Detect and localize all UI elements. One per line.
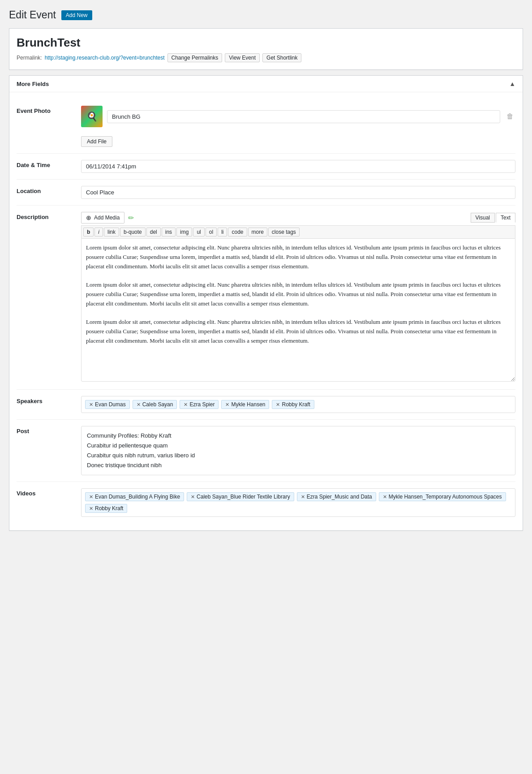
tag-label: Mykle Hansen [231, 401, 265, 408]
post-label: Post [17, 426, 70, 434]
tab-text[interactable]: Text [496, 213, 515, 223]
add-media-button[interactable]: ⊕ Add Media [81, 212, 124, 224]
post-content: Community Profiles: Robby KraftCurabitur… [81, 426, 515, 475]
format-btn-ol[interactable]: ol [206, 228, 217, 236]
format-btn-i[interactable]: i [94, 228, 103, 236]
tag-label: Robby Kraft [95, 505, 123, 512]
date-time-input[interactable] [81, 160, 515, 173]
trash-icon[interactable]: 🗑 [505, 111, 515, 122]
tag-remove-icon[interactable]: ✕ [276, 402, 280, 408]
videos-row: Videos ✕Evan Dumas_Building A Flying Bik… [17, 482, 515, 523]
add-file-button[interactable]: Add File [81, 136, 112, 147]
speakers-tags-box[interactable]: ✕Evan Dumas✕Caleb Sayan✕Ezra Spier✕Mykle… [81, 396, 515, 413]
tag-label: Ezra Spier_Music and Data [307, 494, 372, 500]
editor-format-bar: bilinkb-quotedelinsimgulollicodemoreclos… [81, 225, 515, 238]
page-title: Edit Event [9, 9, 56, 21]
format-btn-img[interactable]: img [176, 228, 192, 236]
location-input[interactable] [81, 186, 515, 199]
tag-label: Caleb Sayan_Blue Rider Textile Library [197, 494, 290, 500]
get-shortlink-button[interactable]: Get Shortlink [262, 53, 301, 62]
fields-body: Event Photo 🍳 🗑 Add File Date & Time Loc [9, 92, 523, 530]
speaker-tag: ✕Mykle Hansen [221, 400, 269, 409]
speakers-content: ✕Evan Dumas✕Caleb Sayan✕Ezra Spier✕Mykle… [81, 396, 515, 413]
location-row: Location [17, 180, 515, 206]
fields-header[interactable]: More Fields ▲ [9, 76, 523, 92]
format-btn-code[interactable]: code [228, 228, 247, 236]
view-event-button[interactable]: View Event [225, 53, 260, 62]
post-item: Curabitur quis nibh rutrum, varius liber… [87, 451, 510, 460]
post-list: Community Profiles: Robby KraftCurabitur… [81, 426, 515, 475]
post-item: Community Profiles: Robby Kraft [87, 431, 510, 441]
format-btn-more[interactable]: more [248, 228, 267, 236]
change-permalinks-button[interactable]: Change Permalinks [167, 53, 223, 62]
speaker-tag: ✕Caleb Sayan [133, 400, 177, 409]
permalink-url[interactable]: http://staging.research-club.org/?event=… [45, 55, 165, 61]
location-label: Location [17, 186, 70, 194]
videos-label: Videos [17, 488, 70, 497]
date-time-label: Date & Time [17, 160, 70, 168]
description-row: Description ⊕ Add Media ✏ Visual Text [17, 206, 515, 390]
tab-visual[interactable]: Visual [471, 213, 495, 223]
post-item: Curabitur id pellentesque quam [87, 441, 510, 451]
description-label: Description [17, 212, 70, 220]
date-time-row: Date & Time [17, 154, 515, 180]
tag-label: Mykle Hansen_Temporary Autonomous Spaces [389, 494, 502, 500]
video-tag: ✕Robby Kraft [85, 504, 127, 513]
more-fields-section: More Fields ▲ Event Photo 🍳 🗑 Add File D… [9, 75, 523, 531]
description-textarea[interactable] [81, 238, 515, 382]
date-time-content [81, 160, 515, 173]
page-header: Edit Event Add New [9, 9, 523, 21]
videos-tags-box[interactable]: ✕Evan Dumas_Building A Flying Bike✕Caleb… [81, 488, 515, 517]
format-btn-ins[interactable]: ins [162, 228, 176, 236]
post-row: Post Community Profiles: Robby KraftCura… [17, 420, 515, 482]
media-icon: ⊕ [86, 214, 91, 221]
photo-thumbnail: 🍳 [81, 106, 103, 127]
speakers-label: Speakers [17, 396, 70, 404]
tag-remove-icon[interactable]: ✕ [89, 506, 93, 512]
tag-remove-icon[interactable]: ✕ [89, 402, 93, 408]
video-tag: ✕Caleb Sayan_Blue Rider Textile Library [187, 492, 294, 501]
tag-remove-icon[interactable]: ✕ [184, 402, 188, 408]
speakers-row: Speakers ✕Evan Dumas✕Caleb Sayan✕Ezra Sp… [17, 390, 515, 420]
format-btn-ul[interactable]: ul [193, 228, 204, 236]
tag-remove-icon[interactable]: ✕ [89, 494, 93, 500]
speaker-tag: ✕Evan Dumas [85, 400, 130, 409]
collapse-icon: ▲ [509, 80, 515, 87]
description-content: ⊕ Add Media ✏ Visual Text bilinkb-quoted… [81, 212, 515, 383]
speaker-tag: ✕Ezra Spier [180, 400, 219, 409]
event-photo-content: 🍳 🗑 Add File [81, 106, 515, 147]
add-new-button[interactable]: Add New [61, 10, 92, 20]
videos-content: ✕Evan Dumas_Building A Flying Bike✕Caleb… [81, 488, 515, 517]
event-name: BrunchTest [17, 36, 515, 50]
photo-row: 🍳 🗑 [81, 106, 515, 127]
tag-label: Robby Kraft [282, 401, 310, 408]
visual-text-tabs: Visual Text [471, 213, 515, 223]
video-tag: ✕Ezra Spier_Music and Data [297, 492, 376, 501]
description-toolbar-top: ⊕ Add Media ✏ Visual Text [81, 212, 515, 224]
post-item: Donec tristique tincidunt nibh [87, 460, 510, 470]
photo-name-input[interactable] [107, 110, 500, 123]
tag-label: Ezra Spier [189, 401, 215, 408]
format-btn-close-tags[interactable]: close tags [268, 228, 300, 236]
location-content [81, 186, 515, 199]
video-tag: ✕Evan Dumas_Building A Flying Bike [85, 492, 184, 501]
format-btn-b-quote[interactable]: b-quote [120, 228, 146, 236]
permalink-label: Permalink: [17, 55, 42, 61]
tag-remove-icon[interactable]: ✕ [383, 494, 387, 500]
format-btn-link[interactable]: link [104, 228, 119, 236]
tag-label: Caleb Sayan [142, 401, 173, 408]
tag-remove-icon[interactable]: ✕ [191, 494, 195, 500]
tag-label: Evan Dumas [95, 401, 126, 408]
video-tag: ✕Mykle Hansen_Temporary Autonomous Space… [379, 492, 506, 501]
tag-remove-icon[interactable]: ✕ [137, 402, 141, 408]
speaker-tag: ✕Robby Kraft [272, 400, 314, 409]
format-btn-del[interactable]: del [146, 228, 161, 236]
tag-remove-icon[interactable]: ✕ [301, 494, 305, 500]
format-btn-li[interactable]: li [218, 228, 227, 236]
event-photo-row: Event Photo 🍳 🗑 Add File [17, 99, 515, 154]
event-title-card: BrunchTest Permalink: http://staging.res… [9, 28, 523, 70]
tag-remove-icon[interactable]: ✕ [225, 402, 229, 408]
permalink-row: Permalink: http://staging.research-club.… [17, 53, 515, 62]
pencil-icon[interactable]: ✏ [128, 214, 134, 222]
format-btn-b[interactable]: b [83, 228, 94, 236]
